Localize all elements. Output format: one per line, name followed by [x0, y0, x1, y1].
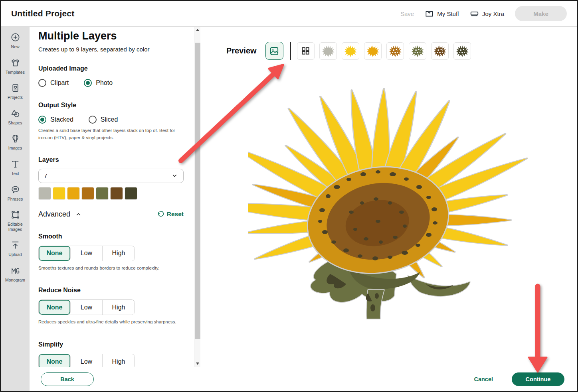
thumbnail-layer-2[interactable] [342, 42, 359, 60]
layers-label: Layers [38, 156, 184, 163]
advanced-row: Advanced Reset [38, 210, 184, 219]
radio-sliced[interactable]: Sliced [89, 116, 118, 124]
swatch-gray[interactable] [38, 187, 51, 200]
sidebar-item-editable-images[interactable]: Editable Images [1, 210, 29, 232]
continue-button[interactable]: Continue [512, 372, 564, 386]
sidebar-item-new[interactable]: New [1, 32, 29, 49]
panel-subtitle: Creates up to 9 layers, separated by col… [38, 46, 184, 53]
smooth-description: Smooths textures and rounds borders to r… [38, 265, 183, 272]
inbox-icon [425, 9, 434, 18]
chevron-down-icon [171, 172, 178, 179]
preview-pane: Preview [200, 27, 577, 367]
cancel-button[interactable]: Cancel [474, 376, 493, 382]
grid-icon [301, 46, 310, 55]
smooth-label: Smooth [38, 233, 184, 240]
sidebar-item-projects[interactable]: Projects [1, 83, 29, 100]
thumbnail-layer-7[interactable] [453, 42, 471, 60]
layer-swatches [38, 187, 184, 200]
sidebar-item-images[interactable]: Images [1, 134, 29, 151]
reduce-noise-description: Reduces speckles and ultra-fine details … [38, 319, 183, 326]
swatch-dark-olive[interactable] [125, 187, 137, 200]
scroll-down-button[interactable] [194, 360, 201, 367]
my-stuff-button[interactable]: My Stuff [425, 9, 459, 18]
cutting-machine-icon [470, 9, 479, 18]
thumbnail-all-layers[interactable] [297, 42, 315, 60]
radio-stacked[interactable]: Stacked [38, 116, 73, 124]
swatch-brown[interactable] [110, 187, 123, 200]
layer-silhouette-icon [433, 44, 447, 58]
sunflower-image [248, 75, 528, 326]
sidebar-item-phrases[interactable]: Phrases [1, 185, 29, 202]
sidebar-item-shapes[interactable]: Shapes [1, 108, 29, 126]
radio-circle-selected [84, 79, 92, 87]
top-bar: Untitled Project Save My Stuff Joy Xtra … [1, 1, 577, 27]
reduce-noise-none-button[interactable]: None [39, 300, 71, 315]
thumbnail-layer-4[interactable] [386, 42, 404, 60]
swatch-gold[interactable] [67, 187, 80, 200]
sidebar-item-monogram[interactable]: Monogram [1, 266, 29, 283]
output-style-radio-group: Stacked Sliced [38, 116, 184, 124]
save-button[interactable]: Save [400, 10, 414, 17]
preview-image-toggle[interactable] [265, 42, 283, 60]
radio-label: Sliced [101, 116, 118, 123]
smooth-none-button[interactable]: None [39, 246, 71, 261]
preview-header: Preview [226, 42, 476, 60]
upload-arrow-icon [10, 240, 20, 250]
radio-photo[interactable]: Photo [84, 79, 113, 87]
machine-label: Joy Xtra [482, 10, 504, 17]
sidebar-label: Upload [8, 252, 22, 257]
reduce-noise-low-button[interactable]: Low [71, 300, 103, 315]
simplify-none-button[interactable]: None [39, 354, 71, 367]
sidebar-item-upload[interactable]: Upload [1, 240, 29, 257]
simplify-label: Simplify [38, 341, 184, 348]
reduce-noise-high-button[interactable]: High [103, 300, 135, 315]
sidebar-label: New [11, 44, 19, 49]
simplify-high-button[interactable]: High [103, 354, 135, 367]
vector-nodes-icon [10, 210, 20, 220]
swatch-olive[interactable] [96, 187, 109, 200]
swatch-ochre[interactable] [81, 187, 94, 200]
radio-clipart[interactable]: Clipart [38, 79, 69, 87]
notebook-heart-icon [10, 83, 20, 93]
make-button[interactable]: Make [515, 6, 567, 21]
left-nav-rail: New Templates Projects Shapes Images Tex… [1, 27, 30, 391]
advanced-toggle[interactable]: Advanced [38, 210, 82, 219]
simplify-segmented-control: None Low High [38, 354, 135, 367]
project-title: Untitled Project [11, 9, 74, 18]
smooth-low-button[interactable]: Low [71, 246, 103, 261]
radio-label: Clipart [50, 79, 69, 87]
panel-scrollbar[interactable] [194, 27, 200, 367]
bottom-action-bar: Back Cancel Continue [30, 367, 577, 391]
thumbnail-layer-3[interactable] [364, 42, 382, 60]
scroll-up-button[interactable] [194, 27, 201, 33]
back-button[interactable]: Back [41, 372, 94, 386]
layers-count-select[interactable]: 7 [38, 169, 184, 183]
simplify-low-button[interactable]: Low [71, 354, 103, 367]
sidebar-item-text[interactable]: Text [1, 159, 29, 176]
thumbnail-layer-1[interactable] [319, 42, 337, 60]
my-stuff-label: My Stuff [437, 10, 459, 17]
preview-title: Preview [226, 46, 257, 55]
machine-selector[interactable]: Joy Xtra [470, 9, 504, 18]
letter-t-icon [10, 159, 20, 169]
cricut-upload-window: Untitled Project Save My Stuff Joy Xtra … [0, 0, 578, 392]
layer-silhouette-icon [366, 44, 380, 58]
layer-silhouette-icon [344, 44, 357, 58]
uploaded-image-radio-group: Clipart Photo [38, 79, 184, 87]
sidebar-item-templates[interactable]: Templates [1, 58, 29, 75]
radio-circle-unselected [38, 79, 46, 87]
swatch-yellow[interactable] [53, 187, 65, 200]
reset-button[interactable]: Reset [156, 211, 184, 218]
image-icon [269, 46, 279, 56]
thumbnail-layer-6[interactable] [431, 42, 449, 60]
vertical-divider [290, 42, 291, 60]
multiple-layers-panel: Multiple Layers Creates up to 9 layers, … [30, 27, 194, 367]
chevron-up-icon [75, 211, 82, 218]
thumbnail-layer-5[interactable] [409, 42, 426, 60]
plus-circle-icon [10, 32, 20, 42]
smooth-high-button[interactable]: High [103, 246, 135, 261]
uploaded-image-label: Uploaded Image [38, 65, 184, 72]
sidebar-label: Text [11, 171, 19, 176]
scrollbar-thumb[interactable] [195, 43, 200, 339]
output-style-label: Output Style [38, 102, 184, 109]
